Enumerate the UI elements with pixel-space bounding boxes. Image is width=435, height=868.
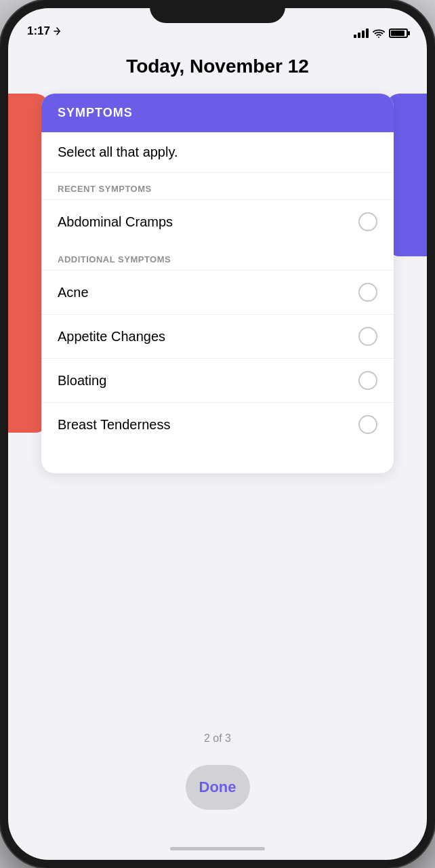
navigation-icon <box>53 27 61 35</box>
card-subtitle: Select all that apply. <box>41 132 394 173</box>
time-display: 1:17 <box>27 24 50 38</box>
svg-point-0 <box>378 37 379 38</box>
radio-abdominal-cramps[interactable] <box>358 212 377 231</box>
page-title: Today, November 12 <box>112 56 323 77</box>
home-indicator <box>8 837 427 860</box>
card-header: SYMPTOMS <box>41 94 394 132</box>
screen: 1:17 <box>8 8 427 860</box>
status-time: 1:17 <box>27 24 61 38</box>
wifi-icon <box>373 28 385 38</box>
radio-bloating[interactable] <box>358 371 377 390</box>
status-icons <box>354 28 408 38</box>
bottom-area: Done <box>159 751 277 837</box>
radio-appetite-changes[interactable] <box>358 327 377 346</box>
recent-symptoms-label: RECENT SYMPTOMS <box>41 173 394 199</box>
symptom-name-acne: Acne <box>58 285 89 300</box>
phone-frame: 1:17 <box>0 0 435 868</box>
main-content: Today, November 12 SYMPTOMS Select all t… <box>8 42 427 837</box>
card-scroll-area: SYMPTOMS Select all that apply. RECENT S… <box>8 94 427 719</box>
battery-icon <box>389 28 408 38</box>
symptom-row-abdominal-cramps[interactable]: Abdominal Cramps <box>41 199 394 243</box>
battery-fill <box>391 31 405 36</box>
radio-acne[interactable] <box>358 283 377 302</box>
pagination: 2 of 3 <box>204 732 231 745</box>
symptom-row-appetite-changes[interactable]: Appetite Changes <box>41 314 394 358</box>
additional-symptoms-label: ADDITIONAL SYMPTOMS <box>41 243 394 270</box>
symptom-name-bloating: Bloating <box>58 373 106 389</box>
symptom-row-acne[interactable]: Acne <box>41 270 394 314</box>
symptom-row-bloating[interactable]: Bloating <box>41 358 394 402</box>
symptom-name-breast-tenderness: Breast Tenderness <box>58 417 170 433</box>
notch <box>150 0 285 23</box>
home-bar <box>170 847 265 850</box>
signal-bar-1 <box>354 35 356 38</box>
done-button[interactable]: Done <box>186 765 250 810</box>
card-header-title: SYMPTOMS <box>58 106 133 119</box>
signal-bar-4 <box>366 28 369 38</box>
symptom-row-breast-tenderness[interactable]: Breast Tenderness <box>41 402 394 446</box>
radio-breast-tenderness[interactable] <box>358 415 377 434</box>
signal-bar-2 <box>358 33 360 38</box>
signal-bars <box>354 28 369 38</box>
card-bottom-space <box>41 446 394 473</box>
signal-bar-3 <box>362 31 365 38</box>
symptom-name-appetite-changes: Appetite Changes <box>58 329 165 344</box>
main-card: SYMPTOMS Select all that apply. RECENT S… <box>41 94 394 473</box>
symptom-name-abdominal-cramps: Abdominal Cramps <box>58 214 173 230</box>
